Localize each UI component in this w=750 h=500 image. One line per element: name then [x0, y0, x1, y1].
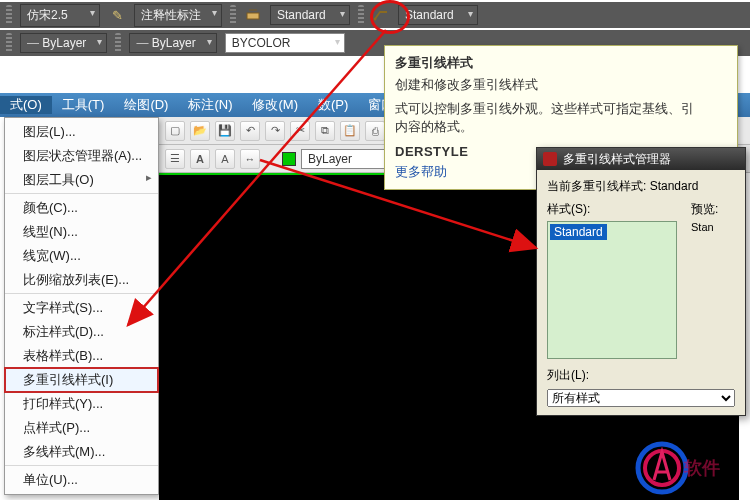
menu-item-linetype[interactable]: 线型(N)... [5, 220, 158, 244]
font-combo[interactable]: 仿宋2.5 [20, 4, 100, 27]
anno-combo[interactable]: 注释性标注 [134, 4, 222, 27]
menu-item-dimstyle[interactable]: 标注样式(D)... [5, 320, 158, 344]
menu-item-layer[interactable]: 图层(L)... [5, 120, 158, 144]
menu-item-layertools[interactable]: 图层工具(O) [5, 168, 158, 194]
menu-item-mleaderstyle[interactable]: 多重引线样式(I) [5, 368, 158, 392]
dialog-title: 多重引线样式管理器 [563, 151, 671, 168]
app-icon [543, 152, 557, 166]
tooltip-desc2: 式可以控制多重引线外观。这些样式可指定基线、引 [395, 100, 727, 118]
menu-item-textstyle[interactable]: 文字样式(S)... [5, 296, 158, 320]
listout-select[interactable]: 所有样式 [547, 389, 735, 407]
menu-item-mlinestyle[interactable]: 多线样式(M)... [5, 440, 158, 466]
menu-item-units[interactable]: 单位(U)... [5, 468, 158, 492]
menu-item-scalelist[interactable]: 比例缩放列表(E)... [5, 268, 158, 294]
current-style-label: 当前多重引线样式: [547, 179, 646, 193]
undo-icon[interactable]: ↶ [240, 121, 260, 141]
current-style-value: Standard [650, 179, 699, 193]
cut-icon[interactable]: ✂ [290, 121, 310, 141]
menu-item-pointstyle[interactable]: 点样式(P)... [5, 416, 158, 440]
style1-combo[interactable]: Standard [270, 5, 350, 25]
dimstyle-icon[interactable] [244, 6, 262, 24]
svg-rect-0 [247, 13, 259, 19]
mleader-style-icon[interactable] [372, 6, 390, 24]
bylayer1-combo[interactable]: — ByLayer [20, 33, 107, 53]
menu-format[interactable]: 式(O) [0, 96, 52, 114]
copy-icon[interactable]: ⧉ [315, 121, 335, 141]
style2-combo[interactable]: Standard [398, 5, 478, 25]
open-icon[interactable]: 📂 [190, 121, 210, 141]
plot-icon[interactable]: ⎙ [365, 121, 385, 141]
mleader-style-dialog: 多重引线样式管理器 当前多重引线样式: Standard 样式(S): Stan… [536, 147, 746, 416]
menu-dimension[interactable]: 标注(N) [178, 96, 242, 114]
bycolor-combo[interactable]: BYCOLOR [225, 33, 345, 53]
menu-item-tablestyle[interactable]: 表格样式(B)... [5, 344, 158, 368]
paste-icon[interactable]: 📋 [340, 121, 360, 141]
brush-icon[interactable]: ✎ [108, 6, 126, 24]
tooltip-title: 多重引线样式 [395, 54, 727, 72]
preview-stylename: Stan [691, 221, 735, 233]
menu-item-color[interactable]: 颜色(C)... [5, 196, 158, 220]
svg-point-1 [374, 18, 377, 21]
save-icon[interactable]: 💾 [215, 121, 235, 141]
text-icon[interactable]: A [190, 149, 210, 169]
text2-icon[interactable]: A [215, 149, 235, 169]
new-icon[interactable]: ▢ [165, 121, 185, 141]
menu-item-plotstyle[interactable]: 打印样式(Y)... [5, 392, 158, 416]
menu-modify[interactable]: 修改(M) [242, 96, 308, 114]
styles-listbox[interactable]: Standard [547, 221, 677, 359]
tooltip-desc3: 内容的格式。 [395, 118, 727, 136]
list-item[interactable]: Standard [550, 224, 607, 240]
menu-param[interactable]: 数(P) [308, 96, 358, 114]
menu-draw[interactable]: 绘图(D) [114, 96, 178, 114]
dim-icon[interactable]: ↔ [240, 149, 260, 169]
format-menu: 图层(L)... 图层状态管理器(A)... 图层工具(O) 颜色(C)... … [4, 117, 159, 495]
dialog-titlebar[interactable]: 多重引线样式管理器 [537, 148, 745, 170]
listout-label: 列出(L): [547, 367, 735, 384]
redo-icon[interactable]: ↷ [265, 121, 285, 141]
preview-label: 预览: [691, 201, 735, 218]
styles-label: 样式(S): [547, 201, 677, 218]
bylayer2-combo[interactable]: — ByLayer [129, 33, 216, 53]
tooltip-desc1: 创建和修改多重引线样式 [395, 76, 727, 94]
layer-props-icon[interactable]: ☰ [165, 149, 185, 169]
menu-item-lineweight[interactable]: 线宽(W)... [5, 244, 158, 268]
menu-item-layerstate[interactable]: 图层状态管理器(A)... [5, 144, 158, 168]
color-swatch-icon [282, 152, 296, 166]
menu-tools[interactable]: 工具(T) [52, 96, 115, 114]
